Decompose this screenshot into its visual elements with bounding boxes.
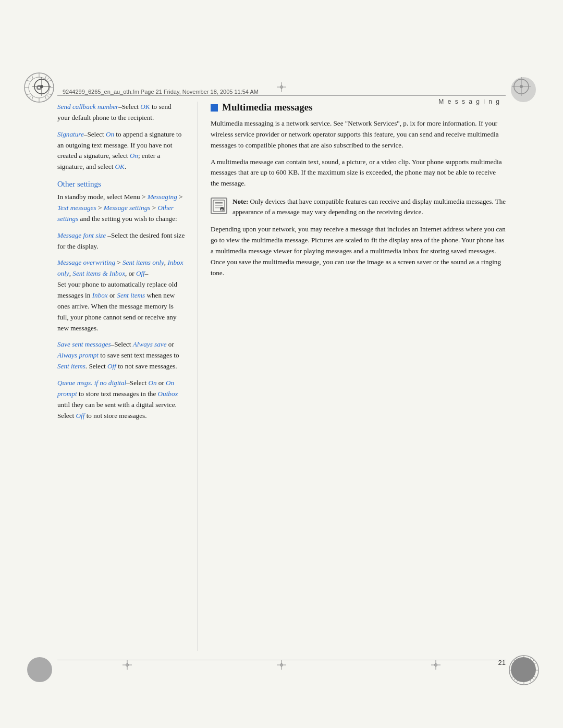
sep3: >: [150, 204, 157, 212]
reg-mark-tl: [32, 77, 51, 96]
deco-circle-tr: [511, 77, 536, 102]
message-overwriting-options: >: [115, 258, 123, 266]
save-text: to save sent text messages to: [99, 351, 179, 359]
message-font-size-setting: Message font size –Select the desired fo…: [57, 230, 186, 252]
mm-para2-text: A multimedia message can contain text, s…: [211, 158, 502, 188]
message-font-size-label: Message font size: [57, 231, 106, 239]
page-number: 21: [498, 659, 506, 667]
queue-text3: to not store messages.: [84, 412, 146, 419]
deco-circle-br: [511, 657, 536, 682]
mm-para1-text: Multimedia messaging is a network servic…: [211, 119, 499, 149]
deco-circle-bl: [27, 657, 52, 682]
outbox-link: Outbox: [158, 390, 178, 398]
overwriting-dash: –: [145, 269, 149, 277]
svg-line-13: [26, 80, 30, 81]
multimedia-messages-title-text: Multimedia messages: [222, 102, 313, 113]
save-sent-dash: –Select: [111, 340, 133, 348]
or-text: or: [108, 291, 117, 299]
message-settings-link: Message settings: [104, 204, 151, 212]
always-save-link: Always save: [133, 340, 167, 348]
note-label: Note:: [232, 198, 248, 205]
multimedia-messages-title: Multimedia messages: [211, 102, 506, 113]
other-settings-title-text: Other settings: [57, 180, 101, 188]
save-sent-messages-setting: Save sent messages–Select Always save or…: [57, 339, 186, 372]
queue-off-link: Off: [76, 412, 85, 419]
crosshair-bottom-right: [431, 660, 440, 672]
off-option: Off: [136, 269, 145, 277]
save-text2: . Select: [85, 362, 107, 370]
content-area: Send callback number–Select OK to send y…: [57, 102, 506, 652]
svg-line-7: [29, 77, 32, 80]
message-overwriting-label: Message overwriting: [57, 258, 115, 266]
crosshair-bottom-center: [277, 660, 286, 672]
save-off-link: Off: [107, 362, 116, 370]
header-rule: [57, 95, 506, 96]
svg-rect-63: [215, 202, 223, 204]
signature-on2: On: [130, 152, 138, 159]
file-info-text: 9244299_6265_en_au_oth.fm Page 21 Friday…: [63, 89, 259, 95]
svg-line-18: [45, 96, 46, 101]
queue-dash: –Select: [126, 379, 148, 387]
sent-items-only: Sent items only: [123, 258, 164, 266]
crosshair-top-center: [277, 82, 286, 94]
text-messages-link: Text messages: [57, 204, 96, 212]
other-settings-title: Other settings: [57, 180, 186, 189]
signature-ok: OK: [115, 163, 125, 170]
page-number-text: 21: [498, 659, 506, 667]
save-sent-label: Save sent messages: [57, 340, 111, 348]
page-container: 9244299_6265_en_au_oth.fm Page 21 Friday…: [0, 0, 563, 728]
sent-items-link: Sent items: [117, 291, 145, 299]
send-callback-label: Send callback number: [57, 103, 118, 110]
send-callback-dash: –Select: [118, 103, 140, 110]
signature-section: Signature–Select On to append a signatur…: [57, 129, 186, 172]
note-box: D Note: Only devices that have compatibl…: [211, 196, 506, 217]
file-info: 9244299_6265_en_au_oth.fm Page 21 Friday…: [63, 89, 259, 95]
signature-period: .: [125, 163, 126, 170]
save-text3: to not save messages.: [116, 362, 177, 370]
signature-on: On: [106, 130, 114, 138]
mm-para3-text: Depending upon your network, you may rec…: [211, 225, 506, 276]
signature-label: Signature: [57, 130, 84, 138]
sep2: >: [96, 204, 104, 212]
other-settings-intro: In standby mode, select Menu > Messaging…: [57, 192, 186, 225]
mm-paragraph-3: Depending upon your network, you may rec…: [211, 224, 506, 278]
svg-line-14: [26, 94, 30, 95]
queue-on-link: On: [148, 379, 156, 387]
queue-text: to store text messages in the: [77, 390, 158, 398]
note-text: Note: Only devices that have compatible …: [232, 196, 506, 217]
sep1: >: [177, 193, 183, 201]
always-prompt-link: Always prompt: [57, 351, 99, 359]
save-or: or: [167, 340, 174, 348]
svg-point-46: [40, 85, 43, 88]
queue-msgs-setting: Queue msgs. if no digital–Select On or O…: [57, 378, 186, 421]
svg-line-10: [29, 95, 32, 98]
mm-paragraph-1: Multimedia messaging is a network servic…: [211, 118, 506, 151]
note-body: Only devices that have compatible featur…: [232, 198, 506, 216]
crosshair-bottom-left: [123, 660, 132, 672]
other-settings-end: and the setting you wish to change:: [78, 215, 177, 223]
message-overwriting-setting: Message overwriting > Sent items only, I…: [57, 257, 186, 334]
queue-msgs-label: Queue msgs. if no digital: [57, 379, 126, 387]
left-column: Send callback number–Select OK to send y…: [57, 102, 198, 652]
blue-square-icon: [211, 104, 218, 112]
sent-items-link2: Sent items: [57, 362, 85, 370]
svg-line-17: [32, 96, 33, 101]
footer-rule: [57, 660, 506, 660]
other-settings-intro-text: In standby mode, select Menu >: [57, 193, 148, 201]
right-column: Multimedia messages Multimedia messaging…: [198, 102, 506, 652]
mm-paragraph-2: A multimedia message can contain text, s…: [211, 157, 506, 190]
comma3: , or: [125, 269, 136, 277]
send-callback-section: Send callback number–Select OK to send y…: [57, 102, 186, 124]
queue-or: or: [157, 379, 166, 387]
signature-dash: –Select: [84, 130, 106, 138]
inbox-link: Inbox: [92, 291, 108, 299]
svg-rect-65: [215, 207, 221, 208]
send-callback-ok: OK: [140, 103, 150, 110]
svg-rect-64: [215, 205, 223, 206]
sent-items-inbox: Sent items & Inbox: [72, 269, 125, 277]
messaging-link: Messaging: [148, 193, 177, 201]
svg-text:D: D: [221, 208, 223, 212]
note-icon: D: [211, 198, 227, 214]
